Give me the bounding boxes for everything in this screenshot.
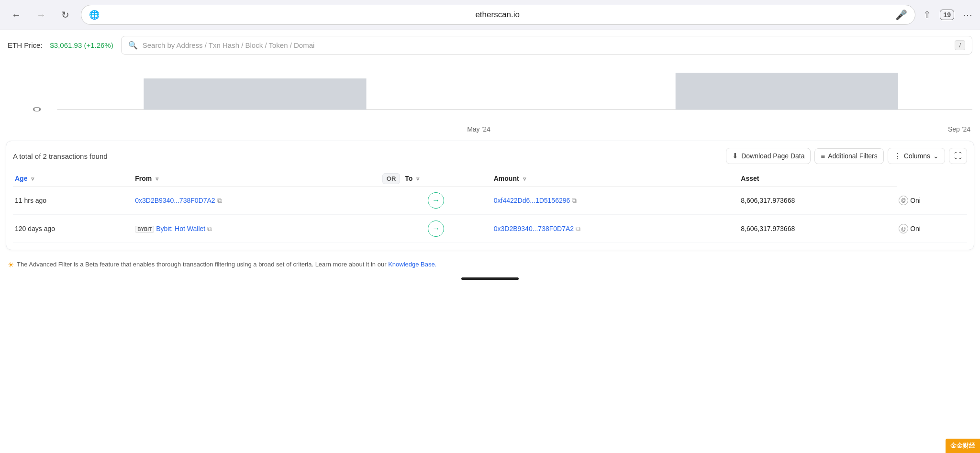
- row-0-to-copy[interactable]: ⧉: [572, 197, 577, 205]
- direction-arrow: →: [428, 192, 444, 209]
- info-icon: ☀: [8, 260, 14, 271]
- microphone-icon: 🎤: [895, 9, 907, 21]
- asset-icon: @: [899, 196, 908, 205]
- eth-price-value: $3,061.93 (+1.26%): [50, 41, 113, 49]
- search-placeholder: Search by Address / Txn Hash / Block / T…: [143, 41, 950, 49]
- eth-price-label: ETH Price:: [8, 41, 43, 49]
- share-button[interactable]: ⇧: [923, 9, 931, 21]
- row-0-to: 0xf4422Dd6...1D5156296⧉: [492, 187, 739, 215]
- table-header-row: Age ▿ From ▿ OR To ▿ Amount ▿: [13, 171, 967, 187]
- transaction-chart: 0: [8, 64, 972, 122]
- browser-chrome: ← → ↻ 🌐 etherscan.io 🎤 ⇧ 19 ⋯: [0, 0, 980, 30]
- row-0-arrow: →: [380, 187, 492, 215]
- direction-arrow: →: [428, 221, 444, 237]
- col-amount: Amount ▿: [492, 171, 739, 187]
- to-filter-icon[interactable]: ▿: [416, 176, 419, 182]
- row-1-to: 0x3D2B9340...738F0D7A2⧉: [492, 215, 739, 243]
- col-age: Age ▿: [13, 171, 133, 187]
- asset-icon: @: [899, 224, 908, 233]
- page-content: ETH Price: $3,061.93 (+1.26%) 🔍 Search b…: [0, 30, 980, 282]
- asset-name: Oni: [910, 225, 921, 232]
- chevron-down-icon: ⌄: [933, 152, 939, 160]
- chart-area: 0 May '24 Sep '24: [6, 60, 974, 135]
- from-filter-icon[interactable]: ▿: [156, 176, 158, 182]
- svg-text:0: 0: [33, 106, 42, 112]
- col-from: From ▿: [133, 171, 380, 187]
- slash-shortcut: /: [955, 40, 965, 50]
- url-text: etherscan.io: [104, 10, 891, 20]
- filters-btn-label: Additional Filters: [828, 152, 878, 160]
- download-page-data-button[interactable]: ⬇ Download Page Data: [726, 148, 811, 164]
- row-1-to-copy[interactable]: ⧉: [576, 225, 580, 233]
- scroll-bar-container: [6, 273, 974, 282]
- scroll-indicator: [461, 277, 519, 280]
- search-icon: 🔍: [128, 41, 138, 50]
- filter-icon: ≡: [821, 152, 825, 160]
- row-0-to-link[interactable]: 0xf4422Dd6...1D5156296: [494, 197, 570, 204]
- col-asset: Asset: [739, 171, 897, 187]
- advanced-filter-note: ☀ The Advanced Filter is a Beta feature …: [6, 256, 974, 273]
- table-row: 11 hrs ago0x3D2B9340...738F0D7A2⧉→0xf442…: [13, 187, 967, 215]
- reload-button[interactable]: ↻: [57, 7, 73, 22]
- more-options-button[interactable]: ⋯: [963, 9, 972, 21]
- chart-end-label: Sep '24: [948, 125, 970, 133]
- transactions-card: A total of 2 transactions found ⬇ Downlo…: [6, 141, 974, 250]
- row-1-asset: @Oni: [897, 215, 967, 243]
- download-btn-label: Download Page Data: [741, 152, 804, 160]
- global-search[interactable]: 🔍 Search by Address / Txn Hash / Block /…: [121, 36, 972, 55]
- row-0-from-copy[interactable]: ⧉: [217, 197, 222, 205]
- additional-filters-button[interactable]: ≡ Additional Filters: [814, 148, 883, 164]
- row-1-from-copy[interactable]: ⧉: [207, 225, 212, 233]
- row-1-from: BYBITBybit: Hot Wallet⧉: [133, 215, 380, 243]
- knowledge-base-link[interactable]: Knowledge Base.: [388, 261, 436, 268]
- row-1-arrow: →: [380, 215, 492, 243]
- address-bar[interactable]: 🌐 etherscan.io 🎤: [81, 5, 915, 25]
- forward-button[interactable]: →: [33, 8, 50, 22]
- download-icon: ⬇: [732, 152, 738, 160]
- chart-mid-label: May '24: [467, 125, 490, 133]
- row-1-to-link[interactable]: 0x3D2B9340...738F0D7A2: [494, 225, 574, 232]
- asset-name: Oni: [910, 197, 921, 204]
- row-1-from-link[interactable]: Bybit: Hot Wallet: [156, 225, 205, 232]
- row-0-from: 0x3D2B9340...738F0D7A2⧉: [133, 187, 380, 215]
- columns-button[interactable]: ⋮ Columns ⌄: [888, 148, 945, 164]
- expand-button[interactable]: ⛶: [949, 148, 967, 164]
- translate-icon: 🌐: [89, 10, 100, 20]
- amount-filter-icon[interactable]: ▿: [523, 176, 526, 182]
- chart-labels: May '24 Sep '24: [8, 123, 972, 133]
- eth-price-bar: ETH Price: $3,061.93 (+1.26%) 🔍 Search b…: [6, 30, 974, 60]
- tab-count[interactable]: 19: [940, 10, 954, 20]
- card-toolbar: A total of 2 transactions found ⬇ Downlo…: [13, 148, 967, 164]
- age-filter-icon[interactable]: ▿: [31, 176, 34, 182]
- footer-note-text: The Advanced Filter is a Beta feature th…: [17, 260, 436, 269]
- toolbar-buttons: ⬇ Download Page Data ≡ Additional Filter…: [726, 148, 967, 164]
- svg-rect-3: [676, 73, 898, 110]
- row-0-age: 11 hrs ago: [13, 187, 133, 215]
- col-or-to: OR To ▿: [380, 171, 492, 187]
- row-1-amount: 8,606,317.973668: [739, 215, 897, 243]
- transactions-table: Age ▿ From ▿ OR To ▿ Amount ▿: [13, 171, 967, 243]
- row-1-age: 120 days ago: [13, 215, 133, 243]
- total-transactions-label: A total of 2 transactions found: [13, 152, 108, 160]
- bybit-badge: BYBIT: [135, 226, 154, 233]
- table-row: 120 days agoBYBITBybit: Hot Wallet⧉→0x3D…: [13, 215, 967, 243]
- row-0-amount: 8,606,317.973668: [739, 187, 897, 215]
- columns-btn-label: Columns: [904, 152, 930, 160]
- back-button[interactable]: ←: [8, 8, 25, 22]
- browser-action-buttons: ⇧ 19 ⋯: [923, 9, 972, 21]
- row-0-from-link[interactable]: 0x3D2B9340...738F0D7A2: [135, 197, 215, 204]
- columns-icon: ⋮: [894, 152, 901, 160]
- or-badge: OR: [382, 173, 401, 184]
- svg-rect-2: [144, 78, 366, 110]
- row-0-asset: @Oni: [897, 187, 967, 215]
